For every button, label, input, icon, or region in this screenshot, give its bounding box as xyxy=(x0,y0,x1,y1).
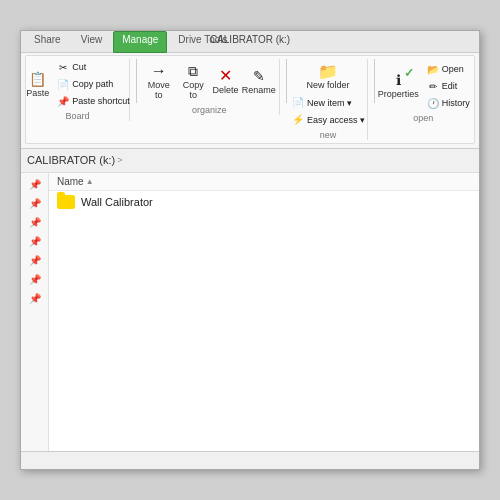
sort-arrow-icon: ▲ xyxy=(86,177,94,186)
organize-buttons: → Move to ⧉ Copy to ✕ Delete ✎ Rename xyxy=(142,59,276,103)
clipboard-small-buttons: ✂ Cut 📄 Copy path 📌 Paste shortcut xyxy=(54,59,132,109)
ribbon-sep-2 xyxy=(286,59,287,103)
file-area: 📌 📌 📌 📌 📌 📌 📌 Name ▲ Wall Calibrator xyxy=(21,173,479,451)
name-column-label: Name xyxy=(57,176,84,187)
delete-button[interactable]: ✕ Delete xyxy=(211,64,239,98)
nav-pin-4[interactable]: 📌 xyxy=(27,234,43,250)
nav-pin-2[interactable]: 📌 xyxy=(27,196,43,212)
open-label: Open xyxy=(442,64,464,74)
organize-group-label: organize xyxy=(192,105,227,115)
new-small-buttons: 📄 New item ▾ ⚡ Easy access ▾ xyxy=(289,95,367,128)
copy-path-button[interactable]: 📄 Copy path xyxy=(54,76,132,92)
new-item-button[interactable]: 📄 New item ▾ xyxy=(289,95,367,111)
new-folder-button[interactable]: 📁 New folder xyxy=(303,59,352,93)
file-list: Name ▲ Wall Calibrator xyxy=(49,173,479,451)
edit-label: Edit xyxy=(442,81,458,91)
properties-label: Properties xyxy=(378,90,419,100)
paste-icon: 📋 xyxy=(28,69,48,89)
breadcrumb-arrow: > xyxy=(117,155,122,165)
move-to-label: Move to xyxy=(145,81,172,101)
edit-button[interactable]: ✏ Edit xyxy=(424,78,472,94)
checkmark-icon: ✓ xyxy=(404,66,414,80)
cut-icon: ✂ xyxy=(56,60,70,74)
breadcrumb: CALIBRATOR (k:) > xyxy=(27,154,122,166)
new-folder-label: New folder xyxy=(306,81,349,91)
copy-to-icon: ⧉ xyxy=(183,61,203,81)
nav-pin-7[interactable]: 📌 xyxy=(27,291,43,307)
new-item-label: New item ▾ xyxy=(307,98,352,108)
nav-pin-3[interactable]: 📌 xyxy=(27,215,43,231)
new-folder-icon: 📁 xyxy=(318,61,338,81)
rename-label: Rename xyxy=(242,86,276,96)
paste-button[interactable]: 📋 Paste xyxy=(23,67,52,101)
open-button[interactable]: 📂 Open xyxy=(424,61,472,77)
new-buttons: 📁 New folder xyxy=(303,59,352,93)
ribbon: 📋 Paste ✂ Cut 📄 Copy path 📌 xyxy=(21,53,479,149)
move-to-button[interactable]: → Move to xyxy=(142,59,175,103)
open-group-label: open xyxy=(413,113,433,123)
breadcrumb-item-1[interactable]: CALIBRATOR (k:) xyxy=(27,154,115,166)
name-column-header[interactable]: Name ▲ xyxy=(57,176,94,187)
title-bar: Share View Manage Drive Tools CALIBRATOR… xyxy=(21,31,479,53)
delete-label: Delete xyxy=(212,86,238,96)
move-to-icon: → xyxy=(149,61,169,81)
paste-shortcut-button[interactable]: 📌 Paste shortcut xyxy=(54,93,132,109)
table-row[interactable]: Wall Calibrator xyxy=(49,191,479,213)
paste-label: Paste xyxy=(26,89,49,99)
edit-icon: ✏ xyxy=(426,79,440,93)
tab-manage[interactable]: Manage xyxy=(113,31,167,53)
tab-share[interactable]: Share xyxy=(25,31,70,53)
rename-icon: ✎ xyxy=(249,66,269,86)
address-bar: CALIBRATOR (k:) > xyxy=(21,149,479,173)
history-label: History xyxy=(442,98,470,108)
easy-access-icon: ⚡ xyxy=(291,113,305,127)
explorer-window: Share View Manage Drive Tools CALIBRATOR… xyxy=(20,30,480,470)
open-buttons: ℹ ✓ Properties 📂 Open ✏ Edit xyxy=(375,59,472,111)
ribbon-group-new: 📁 New folder 📄 New item ▾ ⚡ Easy access … xyxy=(293,59,367,140)
easy-access-label: Easy access ▾ xyxy=(307,115,365,125)
copy-to-label: Copy to xyxy=(180,81,206,101)
ribbon-content: 📋 Paste ✂ Cut 📄 Copy path 📌 xyxy=(25,55,475,144)
nav-pin-1[interactable]: 📌 xyxy=(27,177,43,193)
ribbon-group-clipboard: 📋 Paste ✂ Cut 📄 Copy path 📌 xyxy=(30,59,130,121)
new-group-label: new xyxy=(320,130,337,140)
file-list-header: Name ▲ xyxy=(49,173,479,191)
delete-icon: ✕ xyxy=(215,66,235,86)
rename-button[interactable]: ✎ Rename xyxy=(241,64,276,98)
ribbon-group-organize: → Move to ⧉ Copy to ✕ Delete ✎ Rename xyxy=(143,59,280,115)
ribbon-sep-1 xyxy=(136,59,137,103)
folder-icon xyxy=(57,195,75,209)
clipboard-buttons: 📋 Paste ✂ Cut 📄 Copy path 📌 xyxy=(23,59,132,109)
copy-to-button[interactable]: ⧉ Copy to xyxy=(177,59,209,103)
properties-icon: ℹ ✓ xyxy=(388,70,408,90)
paste-shortcut-icon: 📌 xyxy=(56,94,70,108)
window-title: CALIBRATOR (k:) xyxy=(210,34,290,45)
new-item-icon: 📄 xyxy=(291,96,305,110)
cut-label: Cut xyxy=(72,62,86,72)
copy-path-icon: 📄 xyxy=(56,77,70,91)
easy-access-button[interactable]: ⚡ Easy access ▾ xyxy=(289,112,367,128)
open-small-buttons: 📂 Open ✏ Edit 🕐 History xyxy=(424,61,472,111)
history-button[interactable]: 🕐 History xyxy=(424,95,472,111)
cut-button[interactable]: ✂ Cut xyxy=(54,59,132,75)
open-icon: 📂 xyxy=(426,62,440,76)
status-bar xyxy=(21,451,479,469)
copy-path-label: Copy path xyxy=(72,79,113,89)
history-icon: 🕐 xyxy=(426,96,440,110)
nav-pane: 📌 📌 📌 📌 📌 📌 📌 xyxy=(21,173,49,451)
nav-pin-5[interactable]: 📌 xyxy=(27,253,43,269)
clipboard-group-label: Board xyxy=(66,111,90,121)
paste-shortcut-label: Paste shortcut xyxy=(72,96,130,106)
properties-button[interactable]: ℹ ✓ Properties xyxy=(375,68,422,102)
ribbon-group-open: ℹ ✓ Properties 📂 Open ✏ Edit xyxy=(381,59,470,123)
file-name: Wall Calibrator xyxy=(81,196,153,208)
nav-pin-6[interactable]: 📌 xyxy=(27,272,43,288)
tab-view[interactable]: View xyxy=(72,31,112,53)
